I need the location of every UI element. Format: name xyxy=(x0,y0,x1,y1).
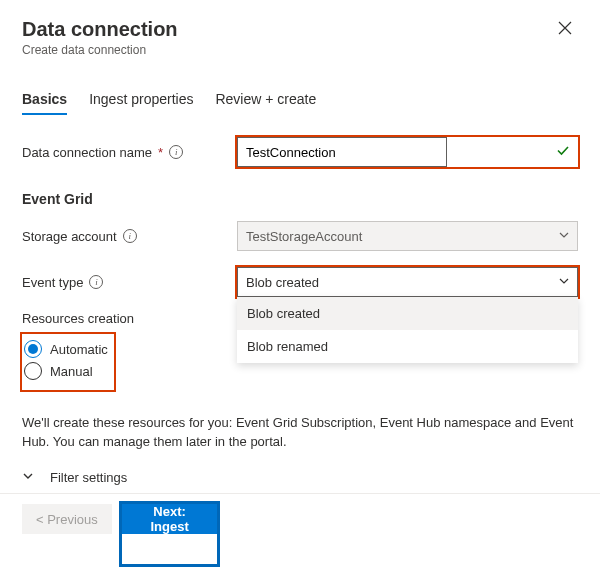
radio-icon xyxy=(24,362,42,380)
close-button[interactable] xyxy=(552,18,578,40)
chevron-down-icon xyxy=(559,276,569,288)
chevron-down-icon xyxy=(559,230,569,242)
event-grid-section-title: Event Grid xyxy=(22,191,578,207)
connection-name-input[interactable] xyxy=(237,137,447,167)
radio-manual-label: Manual xyxy=(50,364,93,379)
radio-manual[interactable]: Manual xyxy=(24,362,108,380)
storage-account-select[interactable]: TestStorageAccount xyxy=(237,221,578,251)
event-type-value: Blob created xyxy=(246,275,319,290)
page-subtitle: Create data connection xyxy=(22,43,178,57)
tab-ingest-properties[interactable]: Ingest properties xyxy=(89,85,193,115)
check-icon xyxy=(556,144,570,161)
previous-button[interactable]: < Previous xyxy=(22,504,112,534)
dropdown-option-blob-created[interactable]: Blob created xyxy=(237,297,578,330)
resources-creation-label: Resources creation xyxy=(22,311,237,326)
radio-automatic[interactable]: Automatic xyxy=(24,340,108,358)
tab-basics[interactable]: Basics xyxy=(22,85,67,115)
tab-bar: Basics Ingest properties Review + create xyxy=(22,85,578,115)
close-icon xyxy=(558,21,572,35)
radio-icon xyxy=(24,340,42,358)
tab-review-create[interactable]: Review + create xyxy=(215,85,316,115)
filter-settings-label: Filter settings xyxy=(50,470,127,485)
event-type-dropdown: Blob created Blob renamed xyxy=(237,297,578,363)
next-button[interactable]: Next: Ingest properties > xyxy=(122,504,218,534)
chevron-down-icon xyxy=(22,470,34,485)
page-title: Data connection xyxy=(22,18,178,41)
info-icon[interactable]: i xyxy=(89,275,103,289)
footer: < Previous Next: Ingest properties > xyxy=(0,493,600,578)
connection-name-label: Data connection name * i xyxy=(22,145,237,160)
event-type-label: Event type i xyxy=(22,275,237,290)
storage-account-label: Storage account i xyxy=(22,229,237,244)
storage-account-value: TestStorageAccount xyxy=(246,229,362,244)
info-icon[interactable]: i xyxy=(123,229,137,243)
info-icon[interactable]: i xyxy=(169,145,183,159)
dropdown-option-blob-renamed[interactable]: Blob renamed xyxy=(237,330,578,363)
radio-automatic-label: Automatic xyxy=(50,342,108,357)
event-type-select[interactable]: Blob created xyxy=(237,267,578,297)
resources-creation-radio-group: Automatic Manual xyxy=(22,334,114,390)
help-text: We'll create these resources for you: Ev… xyxy=(22,414,578,452)
required-asterisk: * xyxy=(158,145,163,160)
filter-settings-expander[interactable]: Filter settings xyxy=(22,470,578,485)
